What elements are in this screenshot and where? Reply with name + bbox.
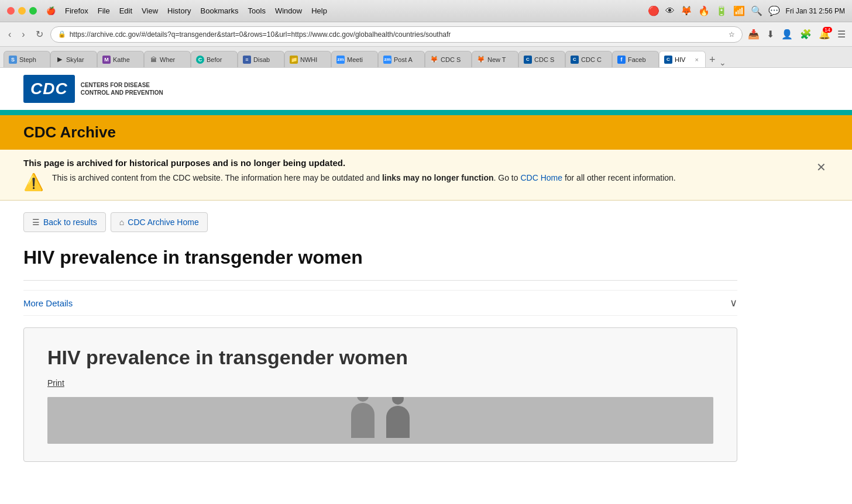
maximize-button[interactable] (29, 7, 37, 15)
tab-label: Disab (253, 56, 279, 63)
lock-icon: 🔒 (58, 30, 66, 38)
tab-label: CDC S (441, 56, 466, 63)
warning-body: This is archived content from the CDC we… (52, 171, 676, 184)
content-card: HIV prevalence in transgender women Prin… (23, 327, 737, 462)
tab-favicon-cdc-s2: C (524, 56, 532, 64)
cdc-home-link[interactable]: CDC Home (520, 173, 562, 182)
back-to-results-button[interactable]: ☰ Back to results (23, 212, 106, 232)
menu-edit[interactable]: Edit (119, 6, 132, 15)
tab-meeti[interactable]: zm Meeti (331, 51, 378, 67)
tab-favicon-nwhi: 📁 (290, 56, 298, 64)
menu-window[interactable]: Window (275, 6, 302, 15)
pocket-icon[interactable]: 📥 (746, 27, 761, 42)
tab-favicon-wher: 🏛 (149, 56, 157, 64)
tab-label: HIV (675, 56, 691, 63)
archive-warning-content: This page is archived for historical pur… (23, 158, 814, 192)
more-details-toggle[interactable]: More Details ∨ (23, 290, 737, 316)
tab-post[interactable]: zm Post A (378, 51, 425, 67)
archive-banner: CDC Archive (0, 115, 852, 150)
menu-tools[interactable]: Tools (248, 6, 266, 15)
battery-icon: 🔋 (716, 5, 727, 16)
tab-disab[interactable]: ≡ Disab (238, 51, 284, 67)
page-content: CDC CENTERS FOR DISEASE CONTROL AND PREV… (0, 68, 852, 488)
minimize-button[interactable] (18, 7, 26, 15)
browser-toolbar: ‹ › ↻ 🔒 https://archive.cdc.gov/#/detail… (0, 22, 852, 47)
tab-befor[interactable]: C Befor (191, 51, 238, 67)
menu-button[interactable]: ☰ (836, 27, 847, 42)
notifications-badge[interactable]: 🔔14 (817, 27, 832, 42)
forward-nav-button[interactable]: › (18, 27, 28, 42)
card-image (47, 397, 713, 444)
tabs-bar: S Steph ▶ Skylar M Kathe 🏛 Wher C Befor … (0, 47, 852, 68)
tab-cdc-c[interactable]: C CDC C (565, 51, 612, 67)
tab-steph[interactable]: S Steph (4, 51, 50, 67)
extension-icon[interactable]: 🧩 (798, 27, 813, 42)
menu-bar: 🍎 Firefox File Edit View History Bookmar… (46, 6, 327, 15)
back-to-results-label: Back to results (43, 218, 97, 227)
new-tab-button[interactable]: + (706, 53, 719, 67)
tab-favicon-cdc-s1: 🦊 (430, 56, 438, 64)
warning-main-text: This page is archived for historical pur… (23, 158, 676, 192)
archive-warning: This page is archived for historical pur… (0, 150, 852, 201)
search-icon[interactable]: 🔍 (751, 5, 762, 16)
menu-firefox[interactable]: Firefox (65, 6, 88, 15)
print-link[interactable]: Print (47, 378, 64, 388)
chevron-down-icon: ∨ (730, 296, 737, 309)
close-warning-button[interactable]: ✕ (814, 158, 829, 177)
titlebar: 🍎 Firefox File Edit View History Bookmar… (0, 0, 852, 22)
refresh-button[interactable]: ↻ (32, 26, 47, 42)
firefox-icon: 🦊 (681, 5, 692, 16)
close-button[interactable] (7, 7, 15, 15)
warning-main-label: This page is archived for historical pur… (23, 158, 676, 168)
tab-favicon-new-t: 🦊 (477, 56, 485, 64)
tab-nwhi[interactable]: 📁 NWHI (284, 51, 331, 67)
back-nav-button[interactable]: ‹ (5, 27, 15, 42)
tab-cdc-s1[interactable]: 🦊 CDC S (425, 51, 472, 67)
address-bar[interactable]: 🔒 https://archive.cdc.gov/#/details?q=tr… (50, 26, 743, 43)
screen-icon: 👁 (665, 6, 675, 16)
tab-skylar[interactable]: ▶ Skylar (50, 51, 97, 67)
card-title: HIV prevalence in transgender women (47, 346, 713, 370)
download-icon[interactable]: ⬇ (765, 27, 776, 42)
bookmark-star-icon[interactable]: ☆ (729, 30, 735, 39)
archive-home-label: CDC Archive Home (128, 218, 198, 227)
nav-buttons: ☰ Back to results ⌂ CDC Archive Home (23, 212, 737, 232)
archive-title: CDC Archive (23, 123, 829, 141)
cdc-logo-box: CDC (23, 75, 75, 103)
tab-wher[interactable]: 🏛 Wher (144, 51, 191, 67)
tab-kathe[interactable]: M Kathe (97, 51, 144, 67)
tab-faceb[interactable]: f Faceb (612, 51, 659, 67)
tab-hiv[interactable]: C HIV × (659, 51, 706, 67)
tab-label: Meeti (347, 56, 373, 63)
tab-favicon-skylar: ▶ (56, 56, 64, 64)
menu-help[interactable]: Help (311, 6, 327, 15)
tab-label: CDC S (534, 56, 560, 63)
tab-favicon-hiv: C (664, 56, 672, 64)
titlebar-right: 🔴 👁 🦊 🔥 🔋 📶 🔍 💬 Fri Jan 31 2:56 PM (648, 5, 845, 16)
title-divider (23, 280, 737, 281)
tab-favicon-disab: ≡ (243, 56, 251, 64)
tab-label: Faceb (628, 56, 654, 63)
menu-history[interactable]: History (167, 6, 191, 15)
tab-favicon-cdc-c: C (571, 56, 579, 64)
flame-icon: 🔥 (698, 5, 710, 16)
profile-icon[interactable]: 👤 (779, 27, 795, 42)
tab-label: NWHI (300, 56, 326, 63)
menu-apple[interactable]: 🍎 (46, 6, 56, 15)
menu-bookmarks[interactable]: Bookmarks (201, 6, 239, 15)
tab-label: CDC C (581, 56, 607, 63)
cdc-logo: CDC CENTERS FOR DISEASE CONTROL AND PREV… (23, 75, 163, 103)
menu-file[interactable]: File (98, 6, 110, 15)
main-content: ☰ Back to results ⌂ CDC Archive Home HIV… (0, 201, 761, 485)
tab-favicon-post: zm (383, 56, 391, 64)
archive-home-button[interactable]: ⌂ CDC Archive Home (111, 212, 208, 232)
toolbar-icons: 📥 ⬇ 👤 🧩 🔔14 ☰ (746, 27, 847, 42)
system-time: Fri Jan 31 2:56 PM (786, 7, 845, 15)
tab-favicon-steph: S (9, 56, 17, 64)
menu-view[interactable]: View (142, 6, 158, 15)
tab-new-t[interactable]: 🦊 New T (472, 51, 518, 67)
tab-close-icon[interactable]: × (693, 56, 700, 64)
tab-favicon-kathe: M (102, 56, 111, 64)
tabs-overflow-button[interactable]: ⌄ (719, 58, 726, 67)
tab-cdc-s2[interactable]: C CDC S (518, 51, 565, 67)
